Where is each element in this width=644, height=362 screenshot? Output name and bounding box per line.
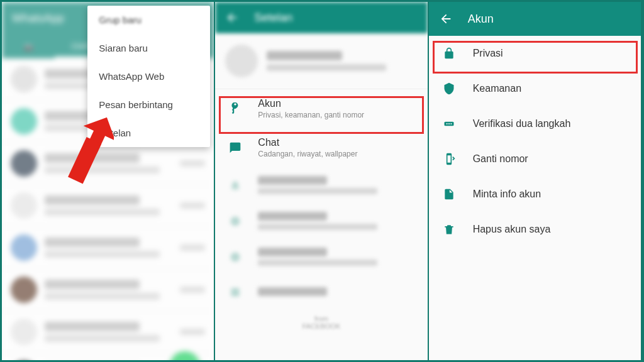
security-label: Keamanan (473, 83, 521, 94)
avatar (11, 150, 37, 177)
svg-point-8 (450, 123, 452, 124)
menu-group-new[interactable]: Grup baru (87, 6, 210, 34)
settings-header: Setelan (215, 2, 427, 33)
delete-label: Hapus akun saya (473, 224, 551, 235)
chat-row[interactable] (2, 185, 214, 227)
svg-point-2 (231, 216, 240, 226)
avatar (11, 319, 37, 345)
account-title: Akun (258, 98, 364, 109)
chat-row[interactable] (2, 311, 214, 353)
settings-item-notifications[interactable] (215, 167, 427, 203)
avatar (11, 66, 37, 92)
help-icon (226, 248, 244, 266)
svg-point-6 (446, 123, 447, 124)
menu-whatsapp-web[interactable]: WhatsApp Web (87, 62, 210, 90)
menu-broadcast[interactable]: Siaran baru (87, 34, 210, 62)
account-item-change-number[interactable]: Ganti nomor (429, 141, 641, 177)
chat-subtitle: Cadangan, riwayat, wallpaper (258, 150, 357, 158)
from-label: fromFACEBOOK (215, 315, 427, 330)
bell-icon (226, 177, 244, 194)
profile-avatar (225, 45, 258, 77)
shield-icon (441, 81, 457, 96)
back-icon[interactable] (225, 11, 239, 25)
invite-icon (226, 283, 244, 301)
settings-item-account[interactable]: Akun Privasi, keamanan, ganti nomor (215, 89, 427, 128)
account-subtitle: Privasi, keamanan, ganti nomor (258, 111, 364, 119)
twostep-label: Verifikasi dua langkah (473, 118, 571, 129)
data-icon (226, 212, 244, 230)
avatar (11, 108, 37, 134)
chat-row[interactable] (2, 269, 214, 311)
menu-settings[interactable]: Setelan (87, 119, 210, 147)
svg-point-7 (448, 123, 450, 124)
phone-change-icon (441, 151, 457, 167)
avatar (11, 277, 37, 303)
panel-chats: WhatsApp 📷 Chat Status Calls Grup baru S… (2, 2, 215, 360)
lock-icon (441, 46, 457, 61)
avatar (11, 234, 37, 261)
account-item-security[interactable]: Keamanan (429, 71, 641, 106)
privacy-label: Privasi (473, 48, 503, 59)
profile-row[interactable] (215, 33, 427, 89)
back-icon[interactable] (439, 12, 453, 26)
account-item-privacy[interactable]: Privasi (429, 36, 641, 71)
trash-icon (441, 222, 457, 237)
chat-row[interactable] (2, 227, 214, 269)
panel-settings: Setelan Akun Privasi, keamanan, ganti no… (215, 2, 428, 360)
tab-camera[interactable]: 📷 (2, 36, 55, 58)
settings-item-data[interactable] (215, 203, 427, 239)
avatar (11, 192, 37, 219)
key-icon (226, 100, 244, 118)
settings-item-help[interactable] (215, 239, 427, 275)
settings-item-invite[interactable] (215, 275, 427, 310)
account-header: Akun (429, 2, 641, 36)
pin-icon (441, 116, 457, 131)
panel-account: Akun Privasi Keamanan Verifikasi dua lan… (429, 2, 642, 360)
settings-title: Setelan (254, 11, 292, 25)
account-item-delete[interactable]: Hapus akun saya (429, 212, 641, 247)
menu-starred[interactable]: Pesan berbintang (87, 90, 210, 119)
chat-title: Chat (258, 137, 357, 148)
document-icon (441, 187, 457, 202)
change-number-label: Ganti nomor (473, 153, 528, 165)
svg-rect-4 (231, 288, 240, 296)
svg-point-3 (231, 252, 240, 261)
request-info-label: Minta info akun (473, 189, 541, 200)
chat-row[interactable] (2, 143, 214, 185)
chat-icon (226, 139, 244, 156)
overflow-menu: Grup baru Siaran baru WhatsApp Web Pesan… (87, 6, 210, 147)
settings-item-chat[interactable]: Chat Cadangan, riwayat, wallpaper (215, 128, 427, 167)
account-item-twostep[interactable]: Verifikasi dua langkah (429, 106, 641, 141)
account-header-title: Akun (468, 13, 494, 26)
account-item-request-info[interactable]: Minta info akun (429, 177, 641, 212)
app-title: WhatsApp (12, 12, 64, 25)
